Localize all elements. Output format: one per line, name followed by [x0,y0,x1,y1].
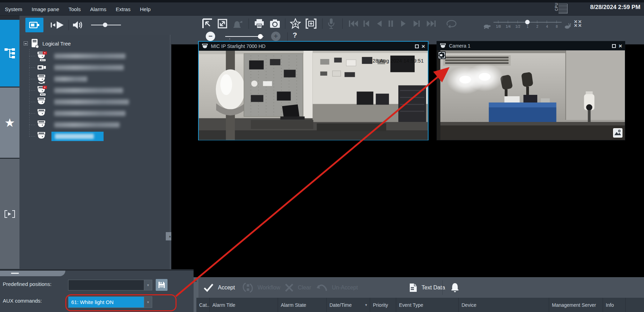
menu-item[interactable]: Help [140,6,150,12]
speed-label: 1 [523,25,532,28]
microphone-button[interactable] [327,18,335,30]
alarm-list-panel: ▲ Accept Workflow Clear [194,277,644,312]
tree-root-row[interactable]: Logical Tree [24,38,71,49]
snapshot-button[interactable] [269,19,280,28]
menu-item[interactable]: Alarms [90,6,106,12]
help-button[interactable]: ? [293,31,297,39]
alarm-column-header[interactable]: Device ▼ [459,298,549,312]
maximize-icon [217,18,228,29]
menu-items: SystemImage paneToolsAlarmsExtrasHelp [5,2,150,16]
chevron-down-icon[interactable]: ▼ [144,280,152,290]
collapse-icon[interactable] [24,41,28,46]
tree-guide-stub [29,67,36,68]
save-position-button[interactable] [156,279,168,291]
skip-start-button[interactable] [348,20,359,27]
menu-item[interactable]: Tools [68,6,81,12]
predefined-positions-label: Predefined positions: [3,281,51,287]
video-feed-lights [437,50,625,140]
toolbar-separator [285,18,285,29]
close-all-panes-button[interactable]: ✕✕✕✕ [573,20,583,27]
tree-item-label-redacted [51,87,126,95]
tab-bookmarks[interactable] [0,159,19,269]
accept-alarm-button[interactable]: Accept [203,282,235,294]
maximize-icon[interactable] [612,44,616,48]
alarm-column-header[interactable]: Alarm Title ▼ [210,298,278,312]
alarm-column-header[interactable]: Management Server ▼ [549,298,603,312]
pip-icon[interactable] [438,51,446,59]
sort-arrow-icon[interactable]: ▼ [365,303,368,307]
tree-item-camera[interactable] [19,119,165,131]
digital-zoom-thumb[interactable] [258,34,263,39]
video-feed-lab: 28.Aug 2024 14:59:51 [199,51,428,140]
select-pane-button[interactable] [202,18,213,29]
skip-end-button[interactable] [426,20,437,27]
image-pane-mic-starlight[interactable]: MIC IP Starlight 7000 HD × [198,41,429,140]
reference-image-icon[interactable] [613,128,622,138]
panel-splitter-handle[interactable] [0,271,65,276]
instant-playback-icon [50,20,65,30]
speed-label: 8 [552,25,562,28]
speed-label: 1/2 [513,25,523,28]
text-data-button[interactable]: Text Data [409,282,445,294]
alarm-column-header[interactable]: Event Type ▼ [396,298,459,312]
clear-alarm-button[interactable]: Clear [285,282,311,294]
maximize-icon[interactable] [415,44,419,48]
zoom-in-button[interactable]: + [271,32,280,41]
pause-button[interactable] [388,20,393,27]
clock: 8/28/2024 2:59 PM [590,4,644,12]
tree-item-camera[interactable] [19,62,165,73]
tab-logical-tree[interactable] [0,20,19,87]
speed-label: 4 [542,25,552,28]
play-button[interactable] [400,20,407,27]
logical-tree-icon [31,39,40,48]
menu-item[interactable]: Extras [116,6,131,12]
alarm-column-header[interactable]: Alarm State ▼ [278,298,327,312]
tree-item-camera[interactable] [19,108,165,119]
tree-item-camera[interactable] [19,73,165,85]
star-icon: ★ [5,116,15,130]
close-icon[interactable]: × [422,43,425,49]
step-back-button[interactable] [363,20,370,27]
alarm-image-pane-button[interactable] [231,18,243,29]
alarm-column-header[interactable]: Info ▼ [603,298,626,312]
camera-icon [37,74,47,84]
volume-slider-thumb[interactable] [103,23,107,27]
playback-speed-slider[interactable]: 1/81/41/21248 [494,19,562,30]
alarm-column-header[interactable]: Date/Time ▼ [327,298,370,312]
step-forward-button[interactable] [413,20,421,27]
close-icon[interactable]: × [619,43,622,49]
zoom-out-button[interactable]: − [206,32,215,41]
menu-item[interactable]: System [5,6,22,12]
tree-item-camera[interactable] [19,50,165,62]
alarm-bell-button[interactable] [451,282,459,294]
add-bookmark-button[interactable] [305,18,317,29]
toolbar-separator [342,18,343,29]
menu-item[interactable]: Image pane [32,6,59,12]
image-pane-camera-1[interactable]: Camera 1 × [437,41,625,140]
live-mode-button[interactable] [25,18,43,32]
undo-icon [316,283,328,292]
tab-favorites[interactable]: ★ [0,88,19,158]
unaccept-alarm-button[interactable]: Un-Accept [316,282,358,294]
add-favorite-button[interactable] [290,18,301,29]
play-backward-button[interactable] [376,20,382,27]
audio-button[interactable] [72,20,83,31]
tree-item-camera[interactable] [19,96,165,108]
loop-playback-button[interactable] [445,19,458,28]
check-icon [203,283,214,292]
alarm-column-header[interactable]: Priority ▼ [370,298,396,312]
workflow-button[interactable]: Workflow [242,282,280,294]
speed-slider-thumb[interactable] [525,20,530,24]
pane-title: Camera 1 [449,43,609,49]
maximize-pane-button[interactable] [217,18,228,29]
print-button[interactable] [254,18,265,29]
toolbar-separator [248,18,249,29]
alarm-column-header[interactable]: Cat.. ▼ [196,298,210,312]
instant-playback-button[interactable] [50,20,65,31]
tree-item-camera[interactable] [19,85,165,96]
speed-label: 1/4 [503,25,513,28]
predefined-positions-select[interactable]: ▼ [68,280,152,290]
microphone-icon [327,18,335,30]
camera-icon [37,63,47,73]
tree-item-camera[interactable] [19,131,165,142]
